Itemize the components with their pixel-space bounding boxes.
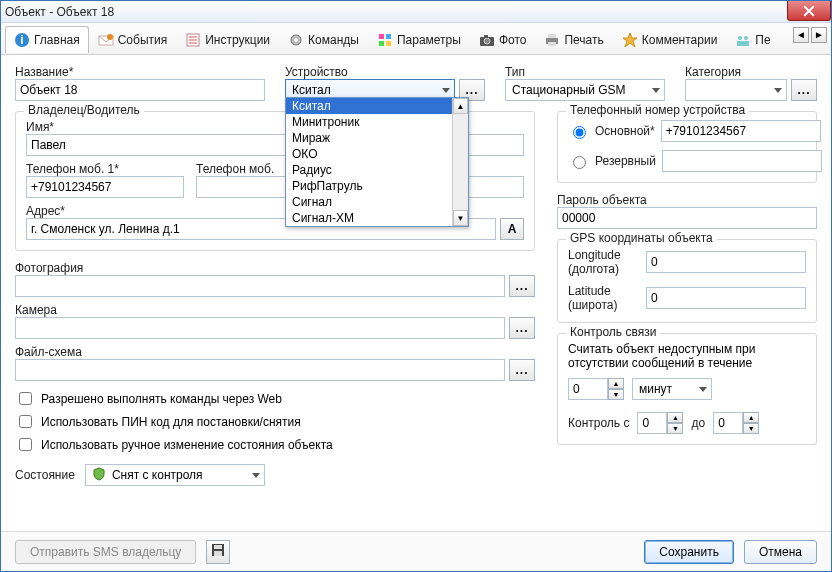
tab-scroll-right[interactable]: ► [811, 27, 827, 43]
label-status: Состояние [15, 468, 75, 482]
info-icon: i [14, 32, 30, 48]
phone-reserve-radio[interactable] [573, 156, 586, 169]
tab-comments[interactable]: Комментарии [613, 26, 727, 53]
spin-up[interactable]: ▲ [667, 412, 683, 423]
file-scheme-input[interactable] [15, 359, 505, 381]
tab-main-label: Главная [34, 33, 80, 47]
svg-point-21 [738, 36, 742, 40]
device-option[interactable]: Кситал [286, 98, 468, 114]
status-select[interactable]: Снят с контроля [85, 464, 265, 486]
photo-input[interactable] [15, 275, 505, 297]
label-phone-reserve: Резервный [595, 154, 656, 168]
tab-photo[interactable]: Фото [470, 26, 536, 53]
device-option[interactable]: Радиус [286, 162, 468, 178]
tab-main[interactable]: i Главная [5, 26, 89, 53]
chevron-down-icon [699, 387, 707, 392]
phone-main-input[interactable] [661, 120, 821, 142]
type-select-value: Стационарный GSM [512, 83, 626, 97]
label-lon: Longitude (долгота) [568, 248, 638, 276]
label-phone2: Телефон моб. [196, 162, 274, 176]
svg-point-15 [484, 38, 490, 44]
label-phone1: Телефон моб. 1* [26, 162, 119, 176]
device-dropdown-list[interactable]: КситалМинитроникМиражОКОРадиусРифПатруль… [285, 97, 469, 227]
photo-browse-button[interactable]: ... [509, 275, 535, 297]
category-browse-button[interactable]: ... [791, 79, 817, 101]
window-title: Объект - Объект 18 [5, 5, 114, 19]
control-to-spinner[interactable]: ▲▼ [713, 412, 759, 434]
scroll-down-button[interactable]: ▼ [453, 210, 468, 226]
device-option[interactable]: Мираж [286, 130, 468, 146]
link-timeout-spinner[interactable]: ▲▼ [568, 378, 624, 400]
cancel-button[interactable]: Отмена [744, 540, 817, 564]
spin-down[interactable]: ▼ [743, 423, 759, 434]
link-timeout-input[interactable] [568, 378, 608, 400]
camera-input[interactable] [15, 317, 505, 339]
type-select[interactable]: Стационарный GSM [505, 79, 665, 101]
tab-commands[interactable]: Команды [279, 26, 368, 53]
svg-rect-11 [386, 34, 391, 39]
spin-up[interactable]: ▲ [608, 378, 624, 389]
titlebar[interactable]: Объект - Объект 18 [1, 1, 831, 23]
close-button[interactable] [787, 1, 831, 21]
printer-icon [544, 32, 560, 48]
save-disk-button[interactable] [206, 540, 230, 564]
label-photo: Фотография [15, 261, 83, 275]
tab-events[interactable]: События [89, 26, 177, 53]
manual-state-checkbox[interactable]: Использовать ручное изменение состояния … [15, 435, 535, 454]
obj-password-input[interactable] [557, 207, 817, 229]
svg-text:i: i [20, 33, 23, 47]
address-lookup-button[interactable]: A [500, 218, 524, 240]
camera-icon [479, 32, 495, 48]
device-option[interactable]: Сигнал [286, 194, 468, 210]
save-button[interactable]: Сохранить [644, 540, 734, 564]
file-scheme-browse-button[interactable]: ... [509, 359, 535, 381]
label-lat: Latitude (широта) [568, 284, 638, 312]
tab-more-label: Пе [755, 33, 770, 47]
device-option[interactable]: ОКО [286, 146, 468, 162]
lat-input[interactable] [646, 287, 806, 309]
category-select[interactable] [685, 79, 787, 101]
phone-reserve-input[interactable] [662, 150, 822, 172]
floppy-icon [211, 543, 225, 560]
control-from-input[interactable] [637, 412, 667, 434]
tab-more[interactable]: Пе [726, 26, 779, 53]
phone-main-radio[interactable] [573, 126, 586, 139]
svg-rect-25 [214, 545, 222, 549]
svg-point-22 [744, 36, 748, 40]
spin-down[interactable]: ▼ [667, 423, 683, 434]
svg-rect-12 [379, 41, 384, 46]
unit-select[interactable]: минут [632, 378, 712, 400]
tab-instructions[interactable]: Инструкции [176, 26, 279, 53]
send-sms-button[interactable]: Отправить SMS владельцу [15, 540, 196, 564]
tab-instructions-label: Инструкции [205, 33, 270, 47]
object-dialog: Объект - Объект 18 i Главная События Инс… [0, 0, 832, 572]
device-option[interactable]: РифПатруль [286, 178, 468, 194]
tab-print[interactable]: Печать [535, 26, 612, 53]
scroll-up-button[interactable]: ▲ [453, 98, 468, 114]
tab-photo-label: Фото [499, 33, 527, 47]
device-phone-legend: Телефонный номер устройства [566, 103, 749, 117]
control-to-input[interactable] [713, 412, 743, 434]
dropdown-scrollbar[interactable]: ▲ ▼ [452, 98, 468, 226]
spin-down[interactable]: ▼ [608, 389, 624, 400]
tab-print-label: Печать [564, 33, 603, 47]
phone1-input[interactable] [26, 176, 184, 198]
use-pin-checkbox[interactable]: Использовать ПИН код для постановки/снят… [15, 412, 535, 431]
content-area: Название* Устройство Кситал ... Тип Стац… [1, 55, 831, 531]
tab-scroll: ◄ ► [793, 27, 827, 43]
device-option[interactable]: Сигнал-ХМ [286, 210, 468, 226]
lon-input[interactable] [646, 251, 806, 273]
device-option[interactable]: Минитроник [286, 114, 468, 130]
label-control-from: Контроль с [568, 416, 629, 430]
name-input[interactable] [15, 79, 265, 101]
envelope-icon [98, 32, 114, 48]
camera-browse-button[interactable]: ... [509, 317, 535, 339]
tab-params[interactable]: Параметры [368, 26, 470, 53]
tab-commands-label: Команды [308, 33, 359, 47]
allow-web-checkbox[interactable]: Разрешено выполнять команды через Web [15, 389, 535, 408]
tab-scroll-left[interactable]: ◄ [793, 27, 809, 43]
spin-up[interactable]: ▲ [743, 412, 759, 423]
control-from-spinner[interactable]: ▲▼ [637, 412, 683, 434]
label-camera: Камера [15, 303, 57, 317]
device-phone-group: Телефонный номер устройства Основной* Ре… [557, 111, 817, 183]
